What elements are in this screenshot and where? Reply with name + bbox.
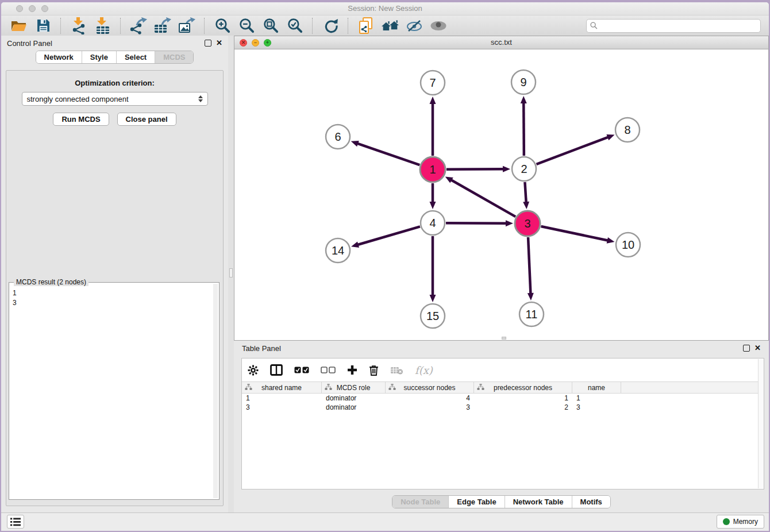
window-minimize-button[interactable] [29,5,36,12]
mcds-result-scrollbar[interactable] [213,284,218,498]
graph-node-1[interactable]: 1 [420,157,445,182]
zoom-in-icon[interactable] [214,17,231,34]
table-cell[interactable]: 1 [242,394,322,403]
network-window-titlebar[interactable]: ✕ − + scc.txt [234,36,768,49]
network-canvas[interactable]: 7968124314101511 [234,49,768,340]
export-network-icon[interactable] [130,17,147,34]
table-cell[interactable]: 2 [474,403,572,412]
control-panel-float-icon[interactable] [205,40,211,47]
column-header-successor-nodes[interactable]: successor nodes [386,382,474,393]
optimization-criterion-label: Optimization criterion: [6,79,223,87]
zoom-selected-icon[interactable] [286,17,303,34]
table-tab-node-table[interactable]: Node Table [392,496,448,508]
graph-edge-4-15[interactable] [430,236,436,302]
graph-edge-2-3[interactable] [523,182,529,209]
graph-node-7[interactable]: 7 [421,71,445,95]
zoom-fit-icon[interactable] [262,17,279,34]
save-session-icon[interactable] [34,17,52,34]
table-cell[interactable]: 4 [386,394,474,403]
graph-node-label: 6 [334,130,341,143]
graph-edge-3-10[interactable] [541,226,614,244]
column-header-predecessor-nodes[interactable]: predecessor nodes [474,382,572,393]
table-cell[interactable]: dominator [322,394,386,403]
export-image-icon[interactable] [178,17,195,34]
tab-style[interactable]: Style [82,51,116,63]
unselect-all-columns-icon[interactable] [321,367,336,374]
table-tab-motifs[interactable]: Motifs [572,496,610,508]
criterion-dropdown[interactable]: strongly connected component [22,92,208,106]
search-input[interactable] [600,21,757,30]
table-row[interactable]: 3dominator323 [242,403,764,412]
table-cell[interactable]: 3 [572,403,621,412]
graph-node-15[interactable]: 15 [421,304,445,328]
table-settings-gear-icon[interactable] [248,365,259,376]
graph-node-6[interactable]: 6 [326,125,350,149]
graph-edge-3-1[interactable] [445,176,515,217]
refresh-icon[interactable] [322,17,339,34]
graph-node-3[interactable]: 3 [515,211,540,236]
tab-mcds[interactable]: MCDS [155,51,193,63]
table-row[interactable]: 1dominator411 [242,394,764,403]
graph-node-2[interactable]: 2 [512,157,536,181]
open-session-icon[interactable] [10,17,28,34]
graph-edge-4-14[interactable] [351,226,420,248]
table-cell[interactable]: 3 [242,403,322,412]
table-panel-close-icon[interactable]: ✕ [754,345,761,351]
column-header-shared-name[interactable]: shared name [242,382,322,393]
graph-edge-2-9[interactable] [521,96,527,156]
graph-edge-1-2[interactable] [446,166,510,172]
zoom-out-icon[interactable] [238,17,255,34]
table-tab-edge-table[interactable]: Edge Table [448,496,504,508]
graph-edge-2-8[interactable] [537,134,615,164]
new-network-from-selection-icon[interactable] [357,17,375,34]
graph-node-4[interactable]: 4 [421,211,445,235]
window-close-button[interactable] [16,5,23,12]
show-graphics-details-icon[interactable] [430,17,447,34]
select-all-columns-icon[interactable] [294,367,309,374]
table-cell[interactable]: 1 [474,394,572,403]
graph-edge-1-7[interactable] [430,97,436,156]
table-cell[interactable]: dominator [322,403,386,412]
table-scrollbar[interactable] [758,359,764,488]
memory-button[interactable]: Memory [717,515,764,529]
graph-node-8[interactable]: 8 [615,118,640,142]
table-cell[interactable]: 1 [572,394,621,403]
import-network-icon[interactable] [70,17,87,34]
graph-edge-1-6[interactable] [351,141,420,165]
network-close-button[interactable]: ✕ [240,39,247,47]
task-history-button[interactable] [7,515,24,529]
table-tab-network-table[interactable]: Network Table [505,496,572,508]
search-field[interactable] [586,19,761,33]
create-column-plus-icon[interactable] [347,365,357,375]
home-view-icon[interactable] [382,17,399,34]
toggle-column-pane-icon[interactable] [270,364,283,376]
table-cell[interactable]: 3 [386,403,474,412]
network-maximize-button[interactable]: + [264,39,271,47]
control-panel: Control Panel ✕ NetworkStyleSelectMCDS O… [1,36,228,513]
tab-network[interactable]: Network [36,51,82,63]
delete-column-trash-icon[interactable] [369,365,379,376]
hide-graphics-details-icon[interactable] [406,17,423,34]
graph-edge-1-4[interactable] [430,183,436,209]
mcds-result-text[interactable]: 1 3 [13,288,212,498]
graph-node-14[interactable]: 14 [326,238,350,263]
run-mcds-button[interactable]: Run MCDS [53,113,109,126]
import-table-icon[interactable] [94,17,111,34]
column-header-mcds-role[interactable]: MCDS role [322,382,386,393]
graph-node-9[interactable]: 9 [511,70,536,94]
network-resize-grip[interactable] [502,337,506,340]
table-panel-float-icon[interactable] [743,345,750,352]
column-header-name[interactable]: name [572,382,621,393]
divider-grip[interactable] [229,268,233,277]
graph-edge-4-3[interactable] [446,220,513,226]
graph-node-10[interactable]: 10 [616,233,640,257]
graph-edge-3-11[interactable] [528,237,534,300]
window-zoom-button[interactable] [41,5,48,12]
export-table-icon[interactable] [154,17,171,34]
control-panel-close-icon[interactable]: ✕ [216,40,222,46]
graph-node-11[interactable]: 11 [519,302,544,326]
close-panel-button[interactable]: Close panel [117,113,176,126]
tab-select[interactable]: Select [116,51,155,63]
panel-split-divider[interactable] [228,36,234,513]
network-minimize-button[interactable]: − [252,39,259,47]
